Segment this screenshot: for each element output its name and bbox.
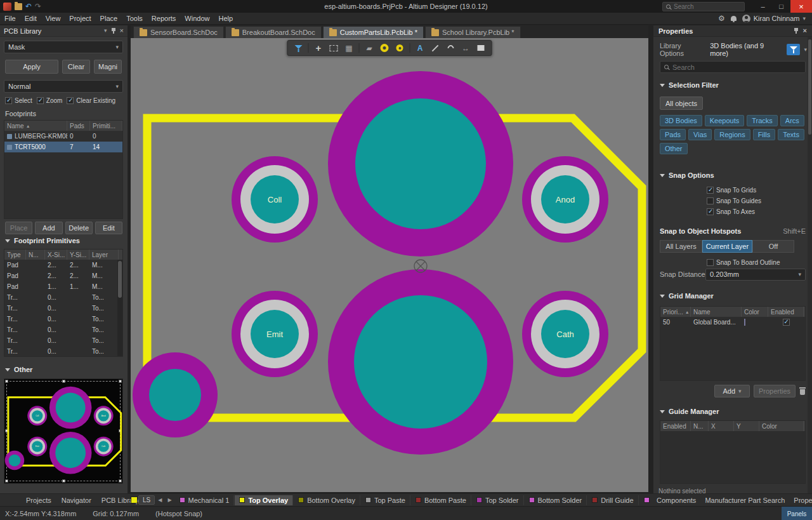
column-header[interactable]: X-Si... xyxy=(45,250,67,260)
column-header[interactable]: Pads xyxy=(67,121,90,131)
filter-regions[interactable]: Regions xyxy=(714,129,750,140)
snap-all-layers-button[interactable]: All Layers xyxy=(660,240,702,253)
grid-manager-section-header[interactable]: Grid Manager xyxy=(660,292,806,300)
primitive-row[interactable]: Tr... 0... To... xyxy=(4,346,122,357)
primitive-row[interactable]: Tr... 0... To... xyxy=(4,303,122,314)
footprint-row[interactable]: LUMBERG-KRM08 0 0 xyxy=(4,131,122,142)
settings-gear-icon[interactable]: ⚙ xyxy=(718,14,725,23)
place-fill-icon[interactable] xyxy=(474,41,488,55)
pad-large-top[interactable] xyxy=(328,71,513,257)
grid-table-header[interactable]: Priori...▲ Name Color Enabled xyxy=(660,307,805,317)
layer-tab-bottom-solder[interactable]: Bottom Solder xyxy=(525,495,587,505)
pad-hole[interactable] xyxy=(149,369,201,421)
tab-sensorboard[interactable]: SensorBoard.SchDoc xyxy=(133,26,224,38)
snap-current-layer-button[interactable]: Current Layer xyxy=(702,240,752,253)
primitives-table-header[interactable]: Type N... X-Si... Y-Si... Layer xyxy=(4,250,122,260)
minimize-button[interactable]: – xyxy=(754,0,772,13)
apply-button[interactable]: Apply xyxy=(5,60,58,74)
properties-search-input[interactable] xyxy=(672,63,787,71)
snap-to-guides-checkbox[interactable]: Snap To Guides xyxy=(707,197,761,204)
close-button[interactable]: × xyxy=(790,0,812,13)
column-header[interactable]: Enabled xyxy=(660,421,691,431)
pad-anod[interactable]: Anod xyxy=(522,156,608,243)
column-header[interactable]: Color xyxy=(742,307,768,317)
tab-navigator[interactable]: Navigator xyxy=(57,497,96,504)
all-objects-button[interactable]: All objects xyxy=(660,97,703,110)
column-header[interactable]: X xyxy=(709,421,734,431)
menu-view[interactable]: View xyxy=(41,15,65,22)
footprint-drawing[interactable]: Coll Anod Emit Cath xyxy=(131,38,648,492)
column-header[interactable]: Y-Si... xyxy=(67,250,89,260)
primitive-row[interactable]: Tr... 0... To... xyxy=(4,324,122,335)
menu-place[interactable]: Place xyxy=(96,15,122,22)
move-object-icon[interactable]: + xyxy=(311,41,326,55)
tab-school-library[interactable]: School Library.PcbLib * xyxy=(425,26,521,38)
layer-tab-top-overlay[interactable]: Top Overlay xyxy=(235,495,293,505)
chevron-down-icon[interactable]: ▾ xyxy=(804,47,807,53)
undo-icon[interactable]: ↶ xyxy=(25,3,32,10)
project-file-icon[interactable] xyxy=(15,3,22,10)
primitive-row[interactable]: Tr... 0... To... xyxy=(4,292,122,303)
pad-hole[interactable] xyxy=(354,295,487,429)
scrollbar-thumb[interactable] xyxy=(808,39,811,135)
global-search-input[interactable] xyxy=(674,3,737,10)
column-header[interactable]: Color xyxy=(759,421,804,431)
delete-grid-icon[interactable] xyxy=(799,387,806,395)
tab-manufacturer-part-search[interactable]: Manufacturer Part Search xyxy=(700,497,789,504)
footprint-preview[interactable]: Coll Anod Emit Cath xyxy=(4,378,123,484)
layer-tab-bottom-overlay[interactable]: Bottom Overlay xyxy=(294,495,360,505)
properties-scrollbar[interactable] xyxy=(808,37,812,506)
scroll-layers-right-icon[interactable]: ▶ xyxy=(165,497,174,503)
filter-keepouts[interactable]: Keepouts xyxy=(705,115,744,126)
column-header[interactable]: Layer xyxy=(89,250,119,260)
column-header[interactable]: Enabled xyxy=(768,307,804,317)
snap-off-button[interactable]: Off xyxy=(752,240,794,253)
place-pad-icon[interactable] xyxy=(377,41,392,55)
primitive-row[interactable]: Pad 2... 2... M... xyxy=(4,260,122,270)
layer-tab-mechanical-1[interactable]: Mechanical 1 xyxy=(175,495,235,505)
pin-icon[interactable] xyxy=(794,28,799,34)
layer-tab-top-paste[interactable]: Top Paste xyxy=(361,495,410,505)
tab-components[interactable]: Components xyxy=(652,497,700,504)
zoom-checkbox[interactable]: Zoom xyxy=(37,97,63,104)
tab-properties[interactable]: Properties xyxy=(789,497,812,504)
menu-tools[interactable]: Tools xyxy=(122,15,147,22)
filter-vias[interactable]: Vias xyxy=(688,129,712,140)
snap-board-outline-checkbox[interactable]: Snap To Board Outline xyxy=(707,259,780,266)
mask-dropdown[interactable]: Mask ▾ xyxy=(4,41,123,53)
clear-existing-checkbox[interactable]: Clear Existing xyxy=(67,97,115,104)
pad-emit[interactable]: Emit xyxy=(232,291,318,377)
place-string-icon[interactable]: A xyxy=(413,41,428,55)
layer-tab-keep-out[interactable]: Keep-Out Layer xyxy=(639,495,652,505)
filter-mode-dropdown[interactable]: Normal ▾ xyxy=(4,80,123,93)
menu-window[interactable]: Window xyxy=(180,15,214,22)
close-panel-icon[interactable]: × xyxy=(120,27,124,34)
edit-footprint-button[interactable]: Edit xyxy=(95,222,122,234)
layer-tab-drill-guide[interactable]: Drill Guide xyxy=(587,495,638,505)
menu-help[interactable]: Help xyxy=(214,15,237,22)
column-header[interactable]: Primiti... xyxy=(90,121,122,131)
panel-menu-icon[interactable]: ▾ xyxy=(104,28,107,34)
layer-sets-button[interactable]: LS xyxy=(138,495,155,505)
filter-3d-bodies[interactable]: 3D Bodies xyxy=(660,115,702,126)
properties-search-box[interactable] xyxy=(660,61,806,73)
guide-manager-section-header[interactable]: Guide Manager xyxy=(660,408,806,415)
primitives-scrollbar[interactable] xyxy=(117,260,122,356)
snap-distance-dropdown[interactable]: 0.203mm ▾ xyxy=(705,269,806,281)
delete-footprint-button[interactable]: Delete xyxy=(65,222,93,234)
polygon-pour-icon[interactable]: ▰ xyxy=(362,41,377,55)
object-filter-button[interactable] xyxy=(787,44,801,55)
tab-custompartslib[interactable]: CustomPartsLib.PcbLib * xyxy=(323,26,424,38)
pin-icon[interactable] xyxy=(111,28,116,34)
pcb-editor-canvas[interactable]: + ▦ ▰ A ↔ xyxy=(131,38,648,492)
other-section-header[interactable]: Other xyxy=(5,366,32,373)
primitive-row[interactable]: Pad 1... 1... M... xyxy=(4,281,122,292)
dimension-icon[interactable]: ↔ xyxy=(459,41,473,55)
menu-reports[interactable]: Reports xyxy=(147,15,181,22)
primitive-row[interactable]: Tr... 0... To... xyxy=(4,335,122,346)
user-account-menu[interactable]: Kiran Chinnam ▾ xyxy=(742,15,806,23)
scrollbar-thumb[interactable] xyxy=(118,261,122,298)
filter-pads[interactable]: Pads xyxy=(660,129,686,140)
place-arc-icon[interactable] xyxy=(443,41,458,55)
place-button[interactable]: Place xyxy=(5,222,32,234)
